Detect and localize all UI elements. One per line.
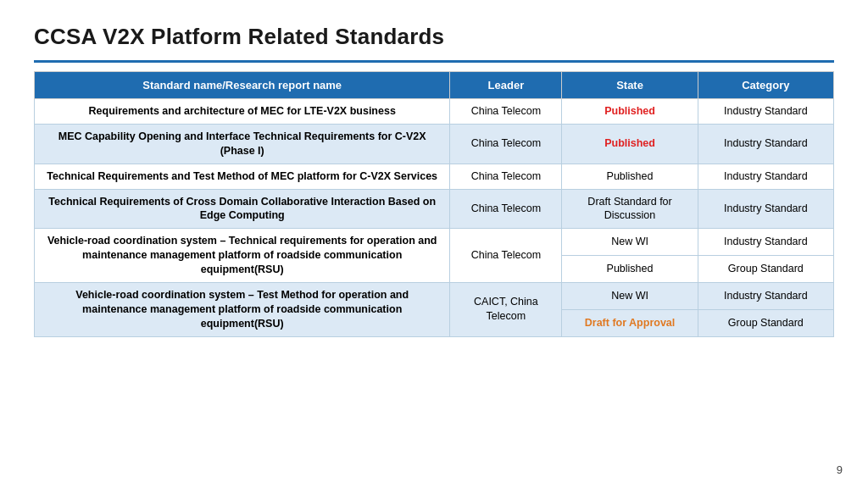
row5b-category: Group Standard (698, 256, 833, 283)
row3-name: Technical Requirements and Test Method o… (35, 164, 450, 189)
row6b-category: Group Standard (698, 309, 833, 336)
table-row: Technical Requirements of Cross Domain C… (35, 189, 834, 229)
page-number: 9 (837, 463, 843, 476)
header-state: State (562, 72, 698, 99)
row1-state: Published (562, 99, 698, 125)
page-title: CCSA V2X Platform Related Standards (34, 24, 834, 50)
row4-category: Industry Standard (698, 189, 833, 229)
row6a-category: Industry Standard (698, 282, 833, 309)
row3-category: Industry Standard (698, 164, 833, 189)
row4-state: Draft Standard for Discussion (562, 189, 698, 229)
row6b-state: Draft for Approval (562, 309, 698, 336)
row2-category: Industry Standard (698, 124, 833, 164)
row2-state: Published (562, 124, 698, 164)
table-header-row: Standard name/Research report name Leade… (35, 72, 834, 99)
page: CCSA V2X Platform Related Standards Stan… (0, 0, 868, 488)
table-row: Technical Requirements and Test Method o… (35, 164, 834, 189)
row1-leader: China Telecom (450, 99, 562, 125)
standards-table: Standard name/Research report name Leade… (34, 71, 834, 337)
row4-leader: China Telecom (450, 189, 562, 229)
row3-leader: China Telecom (450, 164, 562, 189)
header-name: Standard name/Research report name (35, 72, 450, 99)
header-leader: Leader (450, 72, 562, 99)
table-row: Requirements and architecture of MEC for… (35, 99, 834, 125)
header-category: Category (698, 72, 833, 99)
row4-name: Technical Requirements of Cross Domain C… (35, 189, 450, 229)
row1-category: Industry Standard (698, 99, 833, 125)
row5b-state: Published (562, 256, 698, 283)
table-row: Vehicle-road coordination system – Test … (35, 282, 834, 309)
row2-leader: China Telecom (450, 124, 562, 164)
row1-name: Requirements and architecture of MEC for… (35, 99, 450, 125)
table-row: MEC Capability Opening and Interface Tec… (35, 124, 834, 164)
blue-divider (34, 60, 834, 63)
table-row: Vehicle-road coordination system – Techn… (35, 229, 834, 256)
row2-name: MEC Capability Opening and Interface Tec… (35, 124, 450, 164)
row5a-category: Industry Standard (698, 229, 833, 256)
row6-leader: CAICT, China Telecom (450, 282, 562, 336)
row3-state: Published (562, 164, 698, 189)
row6a-state: New WI (562, 282, 698, 309)
row5a-state: New WI (562, 229, 698, 256)
row6-name: Vehicle-road coordination system – Test … (35, 282, 450, 336)
row5-leader: China Telecom (450, 229, 562, 283)
row5-name: Vehicle-road coordination system – Techn… (35, 229, 450, 283)
